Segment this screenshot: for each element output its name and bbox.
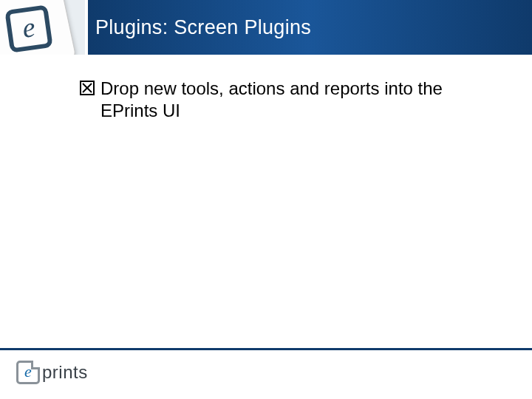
slide-title: Plugins: Screen Plugins	[95, 16, 311, 39]
header-title-bar: Plugins: Screen Plugins	[85, 0, 532, 55]
footer-divider	[0, 348, 532, 350]
footer-logo: prints	[16, 361, 88, 384]
eprints-mark-icon	[16, 361, 40, 384]
eprints-e-icon	[4, 4, 53, 53]
header-logo-area	[0, 0, 85, 55]
slide-header: Plugins: Screen Plugins	[0, 0, 532, 55]
bullet-item: Drop new tools, actions and reports into…	[80, 78, 502, 122]
slide-body: Drop new tools, actions and reports into…	[80, 78, 502, 122]
x-box-bullet-icon	[80, 81, 95, 95]
page-fold-icon	[31, 361, 40, 369]
slide: Plugins: Screen Plugins Drop new tools, …	[0, 0, 532, 399]
footer-logo-text: prints	[42, 362, 88, 383]
eprints-square-logo	[0, 0, 77, 55]
bullet-text: Drop new tools, actions and reports into…	[100, 78, 502, 122]
